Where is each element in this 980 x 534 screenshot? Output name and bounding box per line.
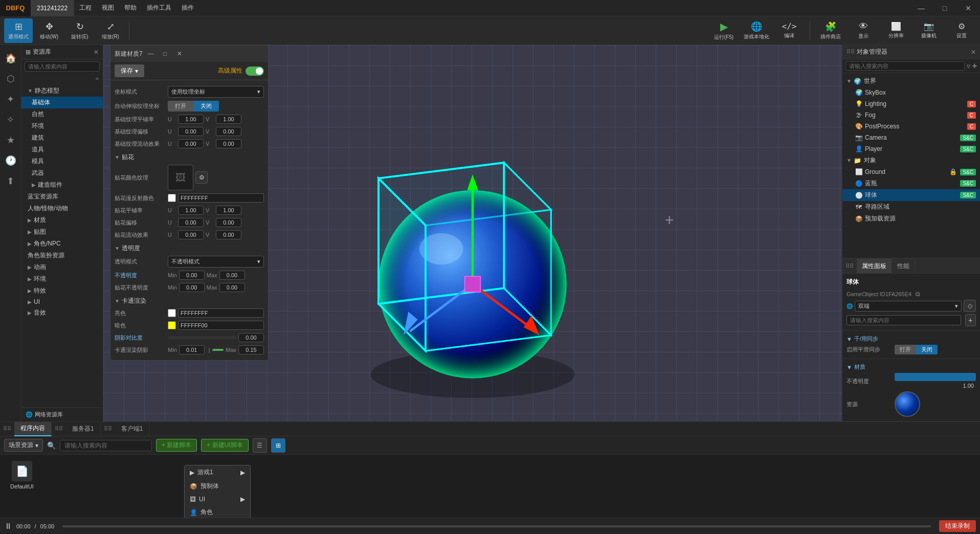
decal-reflect-value[interactable]: FFFFFFFF [178,193,264,203]
cat-basic-shape[interactable]: 基础体 [21,97,103,108]
new-script-button[interactable]: + 新建脚本 [156,439,197,452]
cat-mold[interactable]: 模具 [21,155,103,167]
tab-properties[interactable]: 属性面板 [857,259,892,273]
tool-general[interactable]: ⊞ 通用模式 [4,18,33,43]
cat-ui[interactable]: ▶ UI [21,297,103,307]
material-maximize-button[interactable]: □ [159,48,171,60]
obj-blue-bottle[interactable]: 🔵 蓝瓶 S&C [842,177,980,189]
network-assets[interactable]: 🌐 网络资源库 [21,407,103,421]
sidebar-icon-brush[interactable]: ✦ [2,90,20,108]
menu-help[interactable]: 帮助 [119,0,142,16]
cat-blue-gem[interactable]: 蓝宝资源库 [21,191,103,203]
world-group-row[interactable]: ▼ 🌍 世界 [842,75,980,87]
tab-server1[interactable]: 服务器1 [66,422,101,436]
decal-offset-v[interactable]: 0.00 [216,218,241,227]
settings-button[interactable]: ⚙ 设置 [947,18,976,43]
sidebar-icon-effects[interactable]: ✧ [2,110,20,129]
smooth-sync-close[interactable]: 关闭 [916,345,938,354]
obj-navmesh[interactable]: 🗺 寻路区域 [842,201,980,213]
run-button[interactable]: ▶ 运行(F5) [709,18,738,43]
obj-camera[interactable]: 📷 Camera S&C [842,132,980,143]
shadow-contrast-slider[interactable] [168,336,236,339]
tool-rotate[interactable]: ↻ 旋转(E) [65,18,94,43]
obj-add-icon[interactable]: + [972,61,977,71]
cat-nature[interactable]: 自然 [21,108,103,120]
obj-postprocess[interactable]: 🎨 PostProcess C [842,121,980,132]
obj-settings-icon[interactable]: ◇ [964,300,976,312]
tab-client1[interactable]: 客户端1 [115,422,150,436]
cat-static-model[interactable]: ▼ 静态模型 [21,85,103,97]
tile-v-value[interactable]: 1.00 [216,115,241,124]
sidebar-icon-star[interactable]: ★ [2,131,20,149]
opacity-max-value[interactable]: 0.00 [219,271,245,280]
dark-value[interactable]: FFFFFF00 [178,321,264,330]
new-ui-script-button[interactable]: + 新建UI脚本 [201,439,248,452]
bright-value[interactable]: FFFFFFFF [178,308,264,318]
toon-shadow-min[interactable]: 0.01 [179,345,205,354]
sidebar-icon-shapes[interactable]: ⬡ [2,70,20,88]
cat-sfx[interactable]: ▶ 音效 [21,307,103,319]
collapse-toggle[interactable]: « [21,74,103,83]
obj-lighting[interactable]: 💡 Lighting C [842,98,980,109]
bottom-search-input[interactable] [60,440,152,451]
minimize-button[interactable]: — [909,0,933,16]
cat-environment[interactable]: 环境 [21,120,103,132]
asset-panel-close[interactable]: ✕ [94,49,99,56]
material-minimize-button[interactable]: — [145,48,157,60]
shadow-contrast-value[interactable]: 0.00 [238,333,264,342]
decal-texture-settings[interactable]: ⚙ [195,171,208,184]
sidebar-icon-home[interactable]: 🏠 [2,49,20,68]
tool-move[interactable]: ✥ 移动(W) [35,18,63,43]
pause-button[interactable]: ⏸ [4,522,12,531]
material-preview-sphere[interactable] [895,391,920,417]
timeline-track[interactable] [62,525,931,527]
obj-sphere[interactable]: ⚪ 球体 S&C [842,189,980,201]
camera-button[interactable]: 📷 摄像机 [915,18,943,43]
resolution-button[interactable]: ⬜ 分辨率 [882,18,910,43]
cat-building[interactable]: ▶ 建造组件 [21,179,103,191]
scene-select[interactable]: 场景资源 ▾ [4,439,43,452]
collapse-icon[interactable]: « [96,75,99,81]
display-button[interactable]: 👁 显示 [849,18,878,43]
file-defaultui[interactable]: 📄 DefaultUI [4,459,40,492]
tab-performance[interactable]: 性能 [892,259,915,273]
sidebar-icon-clock[interactable]: 🕐 [2,151,20,170]
decal-reflect-color-box[interactable] [168,194,176,202]
auto-tile-close[interactable]: 关闭 [193,101,219,112]
ctx-character[interactable]: 👤 角色 [185,505,250,518]
objects-group-row[interactable]: ▼ 📁 对象 [842,154,980,166]
menu-plugin[interactable]: 插件 [176,0,199,16]
flow-v-value[interactable]: 0.00 [216,139,241,148]
localize-button[interactable]: 🌐 游戏本地化 [742,18,771,43]
decal-texture-preview[interactable]: 🖼 [168,165,193,190]
decal-opacity-max[interactable]: 0.00 [219,283,245,292]
app-tab[interactable]: 231241222 [31,0,74,16]
obj-skybox[interactable]: 🌍 SkyBox [842,87,980,98]
menu-view[interactable]: 视图 [97,0,119,16]
offset-u-value[interactable]: 0.00 [178,127,204,136]
cat-texture[interactable]: ▶ 贴图 [21,226,103,238]
props-search-input[interactable] [847,315,961,325]
obj-manager-close[interactable]: ✕ [971,49,976,56]
menu-plugin-tools[interactable]: 插件工具 [142,0,176,16]
obj-player[interactable]: 👤 Player S&C [842,143,980,154]
close-button[interactable]: ✕ [956,0,980,16]
material-save-button[interactable]: 保存 ▾ [115,64,144,77]
cat-vfx[interactable]: ▶ 特效 [21,285,103,297]
flow-u-value[interactable]: 0.00 [178,139,204,148]
obj-filter-icon[interactable]: ▿ [967,62,970,70]
ctx-prefab[interactable]: 📦 预制体 [185,479,250,493]
tile-u-value[interactable]: 1.00 [178,115,204,124]
cat-animation[interactable]: ▶ 动画 [21,261,103,273]
props-add-icon[interactable]: + [965,314,976,326]
tab-program-content[interactable]: 程序内容 [14,422,52,436]
opacity-min-value[interactable]: 0.00 [179,271,205,280]
coord-mode-select[interactable]: 使用纹理坐标 ▾ [168,86,264,98]
save-dropdown-arrow[interactable]: ▾ [135,68,138,75]
cat-architecture[interactable]: 建筑 [21,132,103,144]
maximize-button[interactable]: □ [933,0,956,16]
bright-color-box[interactable] [168,309,176,317]
smooth-sync-open[interactable]: 打开 [895,345,916,354]
cat-material[interactable]: ▶ 材质 [21,214,103,226]
tool-scale[interactable]: ⤢ 缩放(R) [96,18,125,43]
